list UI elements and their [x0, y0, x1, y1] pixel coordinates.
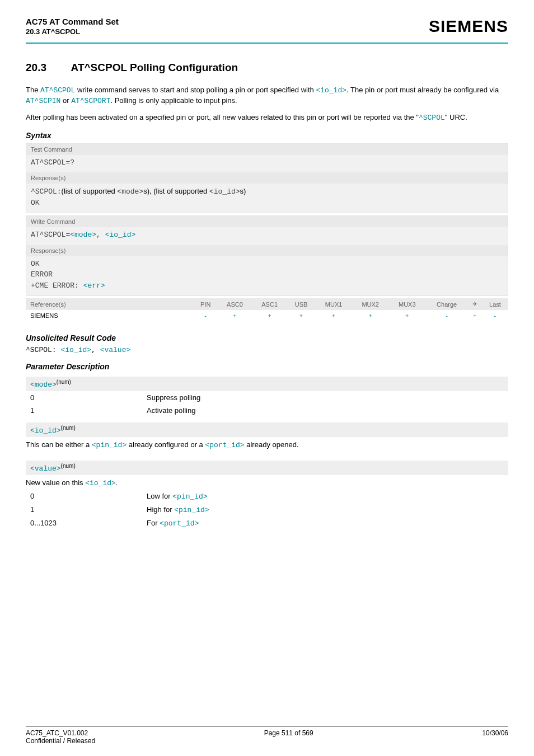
col-asc0: ASC0 — [217, 298, 252, 310]
col-mux1: MUX1 — [315, 298, 352, 310]
param-desc-heading: Parameter Description — [26, 362, 508, 371]
param-ioid-name: <io_id> — [30, 426, 61, 435]
test-response-line: ^SCPOL:(list of supported <mode>s), (lis… — [31, 186, 503, 198]
link-ioid[interactable]: <io_id> — [60, 346, 91, 354]
intro-p2: After polling has been activated on a sp… — [26, 112, 508, 123]
col-usb: USB — [287, 298, 316, 310]
param-mode-row0: 0 Suppress polling — [26, 391, 508, 404]
page-footer: AC75_ATC_V01.002 Confidential / Released… — [26, 726, 508, 745]
brand-logo: SIEMENS — [429, 17, 508, 36]
param-value-head: <value>(num) — [26, 461, 508, 475]
ref-head-label: Reference(s) — [26, 298, 194, 310]
param-ioid-desc: This can be either a <pin_id> already co… — [26, 437, 508, 452]
write-response-bar: Response(s) — [26, 245, 508, 256]
param-value-row2: 0...1023 For <port_id> — [26, 516, 508, 530]
urc-heading: Unsolicited Result Code — [26, 334, 508, 342]
write-command-box: Write Command AT^SCPOL=<mode>, <io_id> R… — [26, 215, 508, 296]
link-scpol-urc[interactable]: ^SCPOL — [419, 114, 445, 122]
param-value-row1: 1 High for <pin_id> — [26, 503, 508, 516]
link-ioid[interactable]: <io_id> — [209, 187, 240, 196]
urc-line: ^SCPOL: <io_id>, <value> — [26, 346, 508, 354]
table-row: SIEMENS - + + + + + + - + - — [26, 310, 508, 321]
col-asc1: ASC1 — [252, 298, 287, 310]
section-number: 20.3 — [26, 62, 68, 74]
col-charge: Charge — [425, 298, 468, 310]
section-heading: 20.3 AT^SCPOL Polling Configuration — [26, 62, 508, 74]
param-value-name: <value> — [30, 464, 61, 473]
link-atscpol[interactable]: AT^SCPOL — [40, 86, 75, 95]
param-ioid-head: <io_id>(num) — [26, 422, 508, 437]
link-atscpin[interactable]: AT^SCPIN — [26, 97, 60, 105]
param-value-desc: New value on this <io_id>. — [26, 475, 508, 490]
footer-left: AC75_ATC_V01.002 Confidential / Released — [26, 729, 95, 745]
write-ok: OK — [31, 259, 503, 270]
param-mode-row1: 1 Activate polling — [26, 404, 508, 417]
test-command-bar: Test Command — [26, 144, 508, 155]
header-rule — [26, 43, 508, 44]
link-pinid[interactable]: <pin_id> — [92, 441, 127, 449]
link-mode[interactable]: <mode> — [117, 187, 143, 196]
write-cme-error: +CME ERROR: <err> — [31, 280, 503, 292]
link-mode[interactable]: <mode> — [70, 231, 96, 239]
col-mux2: MUX2 — [352, 298, 389, 310]
link-pinid[interactable]: <pin_id> — [174, 506, 209, 514]
link-value[interactable]: <value> — [100, 346, 131, 354]
header-left: AC75 AT Command Set 20.3 AT^SCPOL — [26, 17, 119, 36]
param-mode-name: <mode> — [30, 381, 57, 389]
link-ioid[interactable]: <io_id> — [105, 231, 136, 239]
reference-table: Reference(s) PIN ASC0 ASC1 USB MUX1 MUX2… — [26, 298, 508, 321]
footer-right: 10/30/06 — [482, 729, 508, 745]
link-pinid[interactable]: <pin_id> — [172, 492, 207, 501]
col-last: Last — [482, 298, 508, 310]
intro-p1: The AT^SCPOL write command serves to sta… — [26, 85, 508, 106]
test-response-bar: Response(s) — [26, 172, 508, 184]
param-mode-sup: (num) — [57, 379, 71, 385]
col-mux3: MUX3 — [389, 298, 426, 310]
param-ioid-sup: (num) — [61, 425, 76, 431]
syntax-heading: Syntax — [26, 131, 508, 140]
link-portid[interactable]: <port_id> — [160, 519, 199, 528]
col-pin: PIN — [194, 298, 217, 310]
link-ioid[interactable]: <io_id> — [85, 479, 116, 487]
section-title: AT^SCPOL Polling Configuration — [71, 62, 238, 73]
link-ioid[interactable]: <io_id> — [316, 86, 346, 95]
footer-center: Page 511 of 569 — [264, 729, 313, 745]
link-portid[interactable]: <port_id> — [205, 441, 244, 449]
write-command-bar: Write Command — [26, 216, 508, 227]
param-value-sup: (num) — [61, 463, 76, 469]
col-airplane-icon: ✈ — [468, 298, 482, 310]
test-ok: OK — [31, 198, 503, 209]
param-mode-head: <mode>(num) — [26, 377, 508, 391]
write-error: ERROR — [31, 269, 503, 280]
write-command-text: AT^SCPOL=<mode>, <io_id> — [31, 229, 503, 241]
footer-rule — [26, 726, 508, 727]
page-header: AC75 AT Command Set 20.3 AT^SCPOL SIEMEN… — [26, 17, 508, 40]
link-atscport[interactable]: AT^SCPORT — [71, 97, 110, 105]
param-value-row0: 0 Low for <pin_id> — [26, 490, 508, 503]
test-command-text: AT^SCPOL=? — [31, 157, 503, 168]
doc-subtitle: 20.3 AT^SCPOL — [26, 27, 119, 36]
doc-title: AC75 AT Command Set — [26, 17, 119, 26]
link-err[interactable]: <err> — [83, 281, 105, 290]
test-command-box: Test Command AT^SCPOL=? Response(s) ^SCP… — [26, 143, 508, 214]
ref-row-label: SIEMENS — [26, 310, 194, 321]
